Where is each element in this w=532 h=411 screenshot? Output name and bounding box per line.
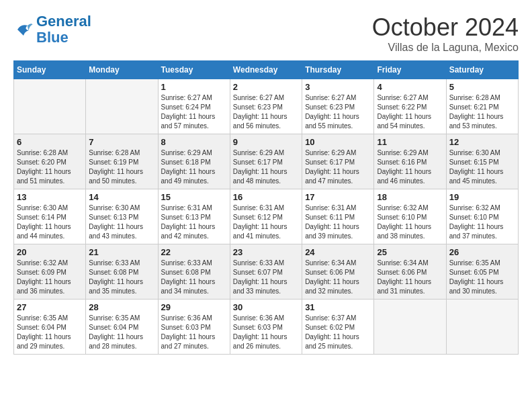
day-info: Sunrise: 6:31 AMSunset: 6:13 PMDaylight:… bbox=[161, 203, 227, 241]
day-info: Sunrise: 6:35 AMSunset: 6:04 PMDaylight:… bbox=[17, 314, 83, 351]
day-number: 1 bbox=[161, 82, 227, 92]
calendar-table: SundayMondayTuesdayWednesdayThursdayFrid… bbox=[13, 60, 519, 355]
calendar-week-3: 13Sunrise: 6:30 AMSunset: 6:14 PMDayligh… bbox=[14, 189, 519, 244]
day-number: 7 bbox=[89, 137, 154, 147]
day-number: 29 bbox=[161, 302, 227, 312]
calendar-cell: 4Sunrise: 6:27 AMSunset: 6:22 PMDaylight… bbox=[374, 79, 446, 134]
day-number: 8 bbox=[161, 137, 227, 147]
header-day-thursday: Thursday bbox=[302, 61, 374, 79]
day-info: Sunrise: 6:32 AMSunset: 6:09 PMDaylight:… bbox=[17, 259, 83, 296]
day-info: Sunrise: 6:31 AMSunset: 6:11 PMDaylight:… bbox=[305, 203, 371, 241]
day-number: 20 bbox=[17, 247, 83, 257]
day-number: 24 bbox=[305, 247, 371, 257]
day-info: Sunrise: 6:27 AMSunset: 6:22 PMDaylight:… bbox=[377, 93, 443, 131]
header-day-monday: Monday bbox=[86, 61, 158, 79]
calendar-cell bbox=[86, 79, 158, 134]
day-info: Sunrise: 6:35 AMSunset: 6:05 PMDaylight:… bbox=[449, 259, 515, 296]
day-info: Sunrise: 6:34 AMSunset: 6:06 PMDaylight:… bbox=[305, 259, 371, 296]
calendar-cell: 22Sunrise: 6:33 AMSunset: 6:08 PMDayligh… bbox=[158, 244, 230, 300]
day-info: Sunrise: 6:37 AMSunset: 6:02 PMDaylight:… bbox=[305, 314, 371, 351]
logo-icon bbox=[13, 19, 34, 40]
calendar-cell: 30Sunrise: 6:36 AMSunset: 6:03 PMDayligh… bbox=[230, 300, 302, 355]
calendar-body: 1Sunrise: 6:27 AMSunset: 6:24 PMDaylight… bbox=[14, 79, 519, 355]
calendar-cell: 1Sunrise: 6:27 AMSunset: 6:24 PMDaylight… bbox=[158, 79, 230, 134]
calendar-cell: 6Sunrise: 6:28 AMSunset: 6:20 PMDaylight… bbox=[14, 134, 86, 189]
day-info: Sunrise: 6:30 AMSunset: 6:14 PMDaylight:… bbox=[17, 203, 83, 241]
day-info: Sunrise: 6:29 AMSunset: 6:16 PMDaylight:… bbox=[377, 148, 443, 186]
day-number: 2 bbox=[233, 82, 299, 92]
day-info: Sunrise: 6:36 AMSunset: 6:03 PMDaylight:… bbox=[233, 314, 299, 351]
calendar-cell: 10Sunrise: 6:29 AMSunset: 6:17 PMDayligh… bbox=[302, 134, 374, 189]
calendar-cell: 5Sunrise: 6:28 AMSunset: 6:21 PMDaylight… bbox=[446, 79, 518, 134]
calendar-cell: 14Sunrise: 6:30 AMSunset: 6:13 PMDayligh… bbox=[86, 189, 158, 244]
day-info: Sunrise: 6:36 AMSunset: 6:03 PMDaylight:… bbox=[161, 314, 227, 351]
logo: General Blue bbox=[13, 13, 91, 46]
calendar-cell: 29Sunrise: 6:36 AMSunset: 6:03 PMDayligh… bbox=[158, 300, 230, 355]
day-number: 15 bbox=[161, 192, 227, 202]
calendar-cell: 19Sunrise: 6:32 AMSunset: 6:10 PMDayligh… bbox=[446, 189, 518, 244]
day-number: 6 bbox=[17, 137, 83, 147]
header-row: SundayMondayTuesdayWednesdayThursdayFrid… bbox=[14, 61, 519, 79]
day-info: Sunrise: 6:28 AMSunset: 6:20 PMDaylight:… bbox=[17, 148, 83, 186]
header-day-wednesday: Wednesday bbox=[230, 61, 302, 79]
calendar-cell: 20Sunrise: 6:32 AMSunset: 6:09 PMDayligh… bbox=[14, 244, 86, 300]
calendar-cell: 17Sunrise: 6:31 AMSunset: 6:11 PMDayligh… bbox=[302, 189, 374, 244]
calendar-cell: 12Sunrise: 6:30 AMSunset: 6:15 PMDayligh… bbox=[446, 134, 518, 189]
header-day-sunday: Sunday bbox=[14, 61, 86, 79]
calendar-cell: 26Sunrise: 6:35 AMSunset: 6:05 PMDayligh… bbox=[446, 244, 518, 300]
calendar-cell: 7Sunrise: 6:28 AMSunset: 6:19 PMDaylight… bbox=[86, 134, 158, 189]
day-info: Sunrise: 6:29 AMSunset: 6:18 PMDaylight:… bbox=[161, 148, 227, 186]
day-number: 16 bbox=[233, 192, 299, 202]
logo-text: General Blue bbox=[36, 13, 91, 46]
day-number: 18 bbox=[377, 192, 443, 202]
calendar-cell: 3Sunrise: 6:27 AMSunset: 6:23 PMDaylight… bbox=[302, 79, 374, 134]
day-info: Sunrise: 6:27 AMSunset: 6:24 PMDaylight:… bbox=[161, 93, 227, 131]
day-number: 12 bbox=[449, 137, 515, 147]
day-info: Sunrise: 6:27 AMSunset: 6:23 PMDaylight:… bbox=[305, 93, 371, 131]
page-header: General Blue October 2024 Villas de la L… bbox=[13, 13, 519, 54]
day-info: Sunrise: 6:30 AMSunset: 6:13 PMDaylight:… bbox=[89, 203, 154, 241]
calendar-week-4: 20Sunrise: 6:32 AMSunset: 6:09 PMDayligh… bbox=[14, 244, 519, 300]
calendar-cell: 2Sunrise: 6:27 AMSunset: 6:23 PMDaylight… bbox=[230, 79, 302, 134]
day-info: Sunrise: 6:28 AMSunset: 6:21 PMDaylight:… bbox=[449, 93, 515, 131]
calendar-week-2: 6Sunrise: 6:28 AMSunset: 6:20 PMDaylight… bbox=[14, 134, 519, 189]
day-number: 19 bbox=[449, 192, 515, 202]
day-number: 25 bbox=[377, 247, 443, 257]
day-number: 27 bbox=[17, 302, 83, 312]
calendar-cell bbox=[14, 79, 86, 134]
day-info: Sunrise: 6:31 AMSunset: 6:12 PMDaylight:… bbox=[233, 203, 299, 241]
day-info: Sunrise: 6:29 AMSunset: 6:17 PMDaylight:… bbox=[233, 148, 299, 186]
calendar-cell: 21Sunrise: 6:33 AMSunset: 6:08 PMDayligh… bbox=[86, 244, 158, 300]
calendar-cell: 24Sunrise: 6:34 AMSunset: 6:06 PMDayligh… bbox=[302, 244, 374, 300]
calendar-cell: 27Sunrise: 6:35 AMSunset: 6:04 PMDayligh… bbox=[14, 300, 86, 355]
calendar-cell: 15Sunrise: 6:31 AMSunset: 6:13 PMDayligh… bbox=[158, 189, 230, 244]
day-number: 28 bbox=[89, 302, 154, 312]
day-number: 5 bbox=[449, 82, 515, 92]
day-number: 9 bbox=[233, 137, 299, 147]
day-number: 14 bbox=[89, 192, 154, 202]
day-number: 21 bbox=[89, 247, 154, 257]
location-subtitle: Villas de la Laguna, Mexico bbox=[372, 42, 519, 54]
day-info: Sunrise: 6:28 AMSunset: 6:19 PMDaylight:… bbox=[89, 148, 154, 186]
day-number: 10 bbox=[305, 137, 371, 147]
calendar-cell bbox=[446, 300, 518, 355]
day-info: Sunrise: 6:35 AMSunset: 6:04 PMDaylight:… bbox=[89, 314, 154, 351]
day-number: 22 bbox=[161, 247, 227, 257]
day-number: 11 bbox=[377, 137, 443, 147]
calendar-cell: 11Sunrise: 6:29 AMSunset: 6:16 PMDayligh… bbox=[374, 134, 446, 189]
calendar-cell: 8Sunrise: 6:29 AMSunset: 6:18 PMDaylight… bbox=[158, 134, 230, 189]
day-number: 4 bbox=[377, 82, 443, 92]
day-info: Sunrise: 6:32 AMSunset: 6:10 PMDaylight:… bbox=[377, 203, 443, 241]
day-info: Sunrise: 6:27 AMSunset: 6:23 PMDaylight:… bbox=[233, 93, 299, 131]
calendar-cell: 13Sunrise: 6:30 AMSunset: 6:14 PMDayligh… bbox=[14, 189, 86, 244]
calendar-cell: 9Sunrise: 6:29 AMSunset: 6:17 PMDaylight… bbox=[230, 134, 302, 189]
header-day-friday: Friday bbox=[374, 61, 446, 79]
day-info: Sunrise: 6:33 AMSunset: 6:08 PMDaylight:… bbox=[161, 259, 227, 296]
calendar-header: SundayMondayTuesdayWednesdayThursdayFrid… bbox=[14, 61, 519, 79]
day-info: Sunrise: 6:34 AMSunset: 6:06 PMDaylight:… bbox=[377, 259, 443, 296]
day-info: Sunrise: 6:33 AMSunset: 6:07 PMDaylight:… bbox=[233, 259, 299, 296]
title-block: October 2024 Villas de la Laguna, Mexico bbox=[372, 13, 519, 54]
day-number: 13 bbox=[17, 192, 83, 202]
calendar-cell: 23Sunrise: 6:33 AMSunset: 6:07 PMDayligh… bbox=[230, 244, 302, 300]
day-info: Sunrise: 6:32 AMSunset: 6:10 PMDaylight:… bbox=[449, 203, 515, 241]
